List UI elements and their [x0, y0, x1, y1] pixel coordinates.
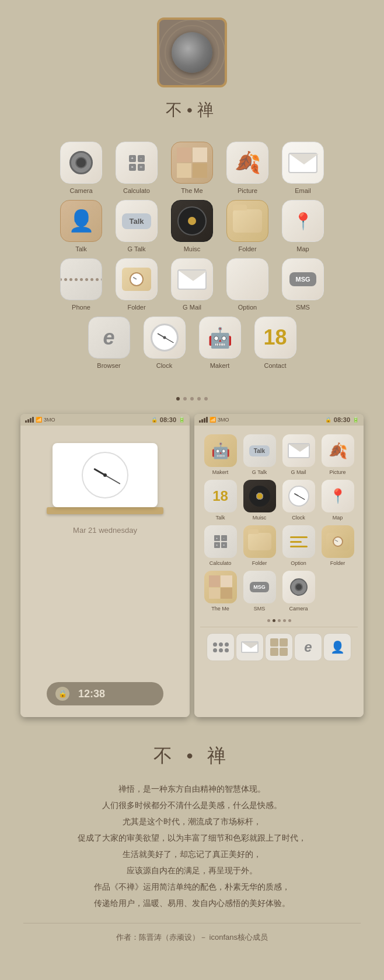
- theme-icon: [171, 142, 213, 184]
- icons-grid: Camera + - × = Calculato: [12, 136, 372, 381]
- list-item[interactable]: + - × = Calculato: [112, 142, 162, 194]
- status-bar-left: 📶 3MO 🔒 08:30 🔋: [20, 414, 190, 426]
- dot-4: [197, 397, 201, 401]
- market-icon: 🤖: [199, 317, 241, 359]
- list-item[interactable]: G Mail: [281, 434, 316, 475]
- status-bar-right: 📶 3MO 🔒 08:30 🔋: [194, 414, 364, 426]
- phone-right: 📶 3MO 🔒 08:30 🔋 🤖 Makert: [194, 414, 364, 717]
- dock-browser-icon[interactable]: e: [294, 633, 322, 661]
- lock-status-icon: 🔒: [325, 417, 331, 423]
- app-music-icon: [243, 480, 276, 512]
- contact-icon: 18: [254, 317, 296, 359]
- top-section: 不•禅 Camera + - × = Calculato: [0, 0, 384, 392]
- lock-time: 12:38: [78, 688, 105, 700]
- page-indicator: [0, 392, 384, 405]
- list-item[interactable]: Email: [278, 142, 328, 194]
- description-text: 禅悟，是一种东方自由精神的智慧体现。 人们很多时候都分不清什么是美感，什么是快感…: [23, 781, 361, 911]
- list-item[interactable]: + - × = Calculato: [203, 525, 238, 566]
- app-camera-icon: [282, 571, 315, 603]
- list-item[interactable]: Option: [223, 258, 273, 311]
- wall-clock-shelf: [47, 507, 163, 514]
- list-item[interactable]: 👤 Talk: [57, 200, 106, 252]
- email-icon: [282, 142, 324, 184]
- dot-1: [176, 397, 180, 401]
- lock-bar[interactable]: 🔒 12:38: [47, 682, 163, 705]
- zen-stone-icon: [157, 17, 227, 87]
- list-item[interactable]: 🤖 Makert: [195, 317, 245, 369]
- dot-5: [204, 397, 208, 401]
- list-item[interactable]: 📍 Map: [320, 480, 355, 521]
- signal-icon: [199, 417, 208, 423]
- list-item[interactable]: The Me: [167, 142, 217, 194]
- author-text: 作者：陈晋涛（赤顽设）－ iconfans核心成员: [23, 923, 361, 943]
- browser-icon: e: [88, 317, 130, 359]
- lock-icon: 🔒: [55, 687, 69, 701]
- wifi-icon: 📶: [210, 417, 216, 423]
- right-screen-content: 🤖 Makert Talk G Talk: [194, 426, 364, 717]
- status-time-left: 08:30: [160, 416, 176, 423]
- list-item[interactable]: Option: [281, 525, 316, 566]
- app-clock-icon: [282, 480, 315, 512]
- battery-icon: 🔋: [179, 417, 185, 423]
- dock-phone-icon[interactable]: [207, 633, 235, 661]
- dot-2: [183, 397, 187, 401]
- list-item[interactable]: Folder: [242, 525, 277, 566]
- phone-icon: [60, 258, 102, 300]
- bottom-dock: e 👤: [200, 627, 358, 667]
- gmail-icon: [171, 258, 213, 300]
- list-item[interactable]: G Mail: [167, 258, 217, 311]
- list-item[interactable]: Muisc: [167, 200, 217, 252]
- list-item[interactable]: Talk G Talk: [112, 200, 162, 252]
- list-item[interactable]: Folder: [320, 525, 355, 566]
- list-item[interactable]: e Browser: [84, 317, 134, 369]
- list-item[interactable]: Muisc: [242, 480, 277, 521]
- calculator-icon: + - × =: [116, 142, 158, 184]
- list-item[interactable]: Talk G Talk: [242, 434, 277, 475]
- app-talk-icon: 18: [204, 480, 237, 512]
- lock-status-icon: 🔒: [151, 417, 158, 423]
- dot-3: [190, 397, 194, 401]
- desc-title: 不 • 禅: [23, 743, 361, 769]
- list-item[interactable]: Clock: [281, 480, 316, 521]
- list-item[interactable]: 🍂 Picture: [223, 142, 273, 194]
- 3g-icon: 3MO: [218, 417, 229, 423]
- app-folder-icon: [243, 525, 276, 558]
- list-item[interactable]: Folder: [112, 258, 162, 311]
- option-icon: [226, 258, 268, 300]
- app-picture-icon: 🍂: [322, 434, 354, 467]
- signal-icon: [25, 417, 34, 423]
- list-item[interactable]: 📍 Map: [278, 200, 328, 252]
- gtalk-icon: Talk: [116, 200, 158, 242]
- dock-email-icon[interactable]: [236, 633, 264, 661]
- list-item[interactable]: 🍂 Picture: [320, 434, 355, 475]
- list-item[interactable]: 18 Contact: [250, 317, 300, 369]
- main-title: 不•禅: [12, 99, 372, 121]
- list-item[interactable]: The Me: [203, 571, 238, 612]
- 3g-icon: 3MO: [44, 417, 55, 423]
- clock-icon: [144, 317, 186, 359]
- status-time-right: 08:30: [334, 416, 350, 423]
- list-item[interactable]: Phone: [57, 258, 106, 311]
- wifi-icon: 📶: [36, 417, 42, 423]
- folder2-icon: [116, 258, 158, 300]
- sms-icon: MSG: [282, 258, 324, 300]
- app-gtalk-icon: Talk: [243, 434, 276, 467]
- left-screen-content: Mar 21 wednesday 🔒 12:38: [20, 426, 190, 717]
- list-item[interactable]: MSG SMS: [278, 258, 328, 311]
- dock-grid-icon[interactable]: [265, 633, 293, 661]
- dock-contact-icon[interactable]: 👤: [323, 633, 351, 661]
- app-option-icon: [282, 525, 315, 558]
- app-map-icon: 📍: [322, 480, 354, 512]
- map-icon: 📍: [282, 200, 324, 242]
- list-item[interactable]: MSG SMS: [242, 571, 277, 612]
- folder-icon: [226, 200, 268, 242]
- app-grid: 🤖 Makert Talk G Talk: [200, 431, 358, 614]
- list-item[interactable]: Camera: [281, 571, 316, 612]
- list-item[interactable]: 🤖 Makert: [203, 434, 238, 475]
- list-item[interactable]: Clock: [139, 317, 189, 369]
- app-folder2-icon: [322, 525, 354, 558]
- list-item[interactable]: Camera: [57, 142, 106, 194]
- list-item[interactable]: 18 Talk: [203, 480, 238, 521]
- list-item[interactable]: Folder: [223, 200, 273, 252]
- app-theme-icon: [204, 571, 237, 603]
